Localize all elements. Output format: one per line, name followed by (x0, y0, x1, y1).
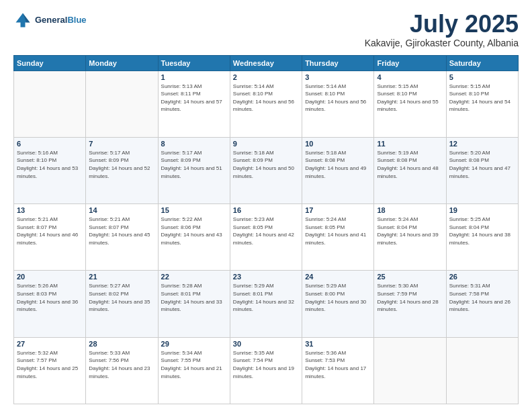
calendar-cell-0-2: 1Sunrise: 5:13 AMSunset: 8:11 PMDaylight… (158, 71, 230, 137)
calendar-cell-0-5: 4Sunrise: 5:15 AMSunset: 8:10 PMDaylight… (374, 71, 446, 137)
calendar-cell-1-1: 7Sunrise: 5:17 AMSunset: 8:09 PMDaylight… (86, 137, 158, 203)
day-info: Sunrise: 5:15 AMSunset: 8:10 PMDaylight:… (449, 83, 515, 113)
sunrise-text: Sunrise: 5:15 AM (377, 83, 418, 89)
day-number: 29 (161, 340, 227, 348)
daylight-text: Daylight: 14 hours and 23 minutes. (89, 365, 150, 379)
page: GeneralBlue July 2025 Kakavije, Gjirokas… (0, 0, 532, 411)
sunrise-text: Sunrise: 5:21 AM (17, 216, 58, 222)
sunset-text: Sunset: 8:09 PM (161, 157, 201, 163)
day-info: Sunrise: 5:14 AMSunset: 8:10 PMDaylight:… (233, 83, 299, 113)
sunset-text: Sunset: 8:10 PM (305, 91, 345, 97)
sunrise-text: Sunrise: 5:32 AM (17, 350, 58, 356)
header-monday: Monday (86, 55, 158, 71)
day-number: 26 (449, 273, 515, 281)
daylight-text: Daylight: 14 hours and 39 minutes. (377, 232, 438, 246)
day-number: 12 (449, 140, 515, 148)
daylight-text: Daylight: 14 hours and 33 minutes. (161, 299, 222, 313)
calendar-cell-3-0: 20Sunrise: 5:26 AMSunset: 8:03 PMDayligh… (14, 271, 86, 337)
day-number: 25 (377, 273, 443, 281)
calendar-cell-0-3: 2Sunrise: 5:14 AMSunset: 8:10 PMDaylight… (230, 71, 302, 137)
calendar-table: Sunday Monday Tuesday Wednesday Thursday… (13, 55, 519, 404)
sunset-text: Sunset: 8:08 PM (305, 157, 345, 163)
header-tuesday: Tuesday (158, 55, 230, 71)
day-number: 1 (161, 73, 227, 81)
header-saturday: Saturday (446, 55, 518, 71)
day-info: Sunrise: 5:17 AMSunset: 8:09 PMDaylight:… (161, 149, 227, 180)
sunrise-text: Sunrise: 5:19 AM (377, 150, 418, 156)
calendar-cell-4-4: 31Sunrise: 5:36 AMSunset: 7:53 PMDayligh… (302, 337, 374, 404)
daylight-text: Daylight: 14 hours and 45 minutes. (89, 232, 150, 246)
sunrise-text: Sunrise: 5:24 AM (305, 216, 346, 222)
calendar-cell-0-0 (14, 71, 86, 137)
daylight-text: Daylight: 14 hours and 32 minutes. (233, 299, 294, 313)
sunset-text: Sunset: 8:07 PM (17, 224, 56, 230)
day-number: 22 (161, 273, 227, 281)
day-number: 15 (161, 206, 227, 214)
daylight-text: Daylight: 14 hours and 54 minutes. (449, 99, 511, 113)
day-info: Sunrise: 5:32 AMSunset: 7:57 PMDaylight:… (17, 349, 83, 380)
calendar-cell-0-6: 5Sunrise: 5:15 AMSunset: 8:10 PMDaylight… (446, 71, 518, 137)
daylight-text: Daylight: 14 hours and 46 minutes. (17, 232, 78, 246)
sunset-text: Sunset: 8:04 PM (449, 224, 489, 230)
daylight-text: Daylight: 14 hours and 48 minutes. (377, 165, 438, 179)
sunset-text: Sunset: 7:55 PM (161, 357, 201, 363)
logo-text: GeneralBlue (35, 15, 87, 26)
calendar-cell-3-5: 25Sunrise: 5:30 AMSunset: 7:59 PMDayligh… (374, 271, 446, 337)
day-number: 18 (377, 206, 443, 214)
day-number: 24 (305, 273, 371, 281)
daylight-text: Daylight: 14 hours and 55 minutes. (377, 99, 438, 113)
sunset-text: Sunset: 8:09 PM (89, 157, 128, 163)
calendar-cell-3-2: 22Sunrise: 5:28 AMSunset: 8:01 PMDayligh… (158, 271, 230, 337)
calendar-cell-3-6: 26Sunrise: 5:31 AMSunset: 7:58 PMDayligh… (446, 271, 518, 337)
sunset-text: Sunset: 8:10 PM (233, 91, 273, 97)
sunrise-text: Sunrise: 5:23 AM (233, 216, 274, 222)
daylight-text: Daylight: 14 hours and 36 minutes. (17, 299, 78, 313)
day-info: Sunrise: 5:14 AMSunset: 8:10 PMDaylight:… (305, 83, 371, 113)
daylight-text: Daylight: 14 hours and 52 minutes. (89, 165, 150, 179)
sunrise-text: Sunrise: 5:15 AM (449, 83, 490, 89)
sunset-text: Sunset: 8:02 PM (89, 291, 128, 297)
calendar-cell-4-2: 29Sunrise: 5:34 AMSunset: 7:55 PMDayligh… (158, 337, 230, 404)
sunrise-text: Sunrise: 5:14 AM (305, 83, 346, 89)
sunset-text: Sunset: 8:10 PM (377, 91, 416, 97)
header-sunday: Sunday (14, 55, 86, 71)
sunrise-text: Sunrise: 5:29 AM (233, 283, 274, 289)
sunrise-text: Sunrise: 5:22 AM (161, 216, 202, 222)
day-info: Sunrise: 5:15 AMSunset: 8:10 PMDaylight:… (377, 83, 443, 113)
sunset-text: Sunset: 8:01 PM (161, 291, 201, 297)
day-number: 13 (17, 206, 83, 214)
sunrise-text: Sunrise: 5:28 AM (161, 283, 202, 289)
calendar-cell-0-1 (86, 71, 158, 137)
day-info: Sunrise: 5:21 AMSunset: 8:07 PMDaylight:… (17, 216, 83, 246)
header-friday: Friday (374, 55, 446, 71)
day-info: Sunrise: 5:16 AMSunset: 8:10 PMDaylight:… (17, 149, 83, 180)
calendar-cell-2-4: 17Sunrise: 5:24 AMSunset: 8:05 PMDayligh… (302, 204, 374, 271)
sunrise-text: Sunrise: 5:20 AM (449, 150, 490, 156)
sunset-text: Sunset: 8:05 PM (305, 224, 345, 230)
day-number: 2 (233, 73, 299, 81)
daylight-text: Daylight: 14 hours and 30 minutes. (305, 299, 366, 313)
day-number: 7 (89, 140, 154, 148)
calendar-cell-1-4: 10Sunrise: 5:18 AMSunset: 8:08 PMDayligh… (302, 137, 374, 203)
sunset-text: Sunset: 7:54 PM (233, 357, 273, 363)
calendar-cell-2-6: 19Sunrise: 5:25 AMSunset: 8:04 PMDayligh… (446, 204, 518, 271)
day-number: 3 (305, 73, 371, 81)
subtitle: Kakavije, Gjirokaster County, Albania (365, 38, 519, 48)
sunrise-text: Sunrise: 5:21 AM (89, 216, 130, 222)
daylight-text: Daylight: 14 hours and 53 minutes. (17, 165, 78, 179)
logo-icon (13, 11, 32, 30)
calendar-cell-3-1: 21Sunrise: 5:27 AMSunset: 8:02 PMDayligh… (86, 271, 158, 337)
header-thursday: Thursday (302, 55, 374, 71)
day-info: Sunrise: 5:30 AMSunset: 7:59 PMDaylight:… (377, 282, 443, 313)
sunset-text: Sunset: 7:53 PM (305, 357, 345, 363)
day-info: Sunrise: 5:19 AMSunset: 8:08 PMDaylight:… (377, 149, 443, 180)
sunrise-text: Sunrise: 5:34 AM (161, 350, 202, 356)
main-title: July 2025 (365, 11, 519, 38)
calendar-cell-2-5: 18Sunrise: 5:24 AMSunset: 8:04 PMDayligh… (374, 204, 446, 271)
calendar-cell-4-6 (446, 337, 518, 404)
daylight-text: Daylight: 14 hours and 25 minutes. (17, 365, 78, 379)
calendar-cell-4-5 (374, 337, 446, 404)
sunrise-text: Sunrise: 5:17 AM (161, 150, 202, 156)
sunset-text: Sunset: 8:10 PM (449, 91, 489, 97)
day-info: Sunrise: 5:27 AMSunset: 8:02 PMDaylight:… (89, 282, 154, 313)
